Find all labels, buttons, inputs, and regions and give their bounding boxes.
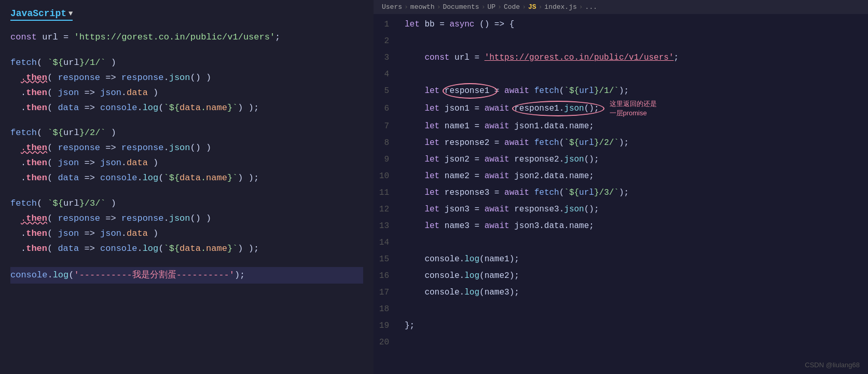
code-line-then1c: .then( data => console.log(`${data.name}…: [10, 101, 363, 116]
line-content-10: let name2 = await json2.data.name;: [399, 168, 868, 184]
line-content-8: let response2 = await fetch(`${url}/2/`)…: [399, 135, 868, 151]
code-line-then2a: .then( response => response.json() ): [10, 141, 363, 156]
bc-code: Code: [504, 3, 520, 11]
bc-indexjs: index.js: [544, 3, 576, 11]
table-row: 13 let name3 = await json3.data.name;: [374, 218, 868, 234]
line-num-3: 3: [374, 49, 399, 66]
line-content-3: const url = 'https://gorest.co.in/public…: [399, 49, 868, 66]
line-num-18: 18: [374, 301, 399, 317]
line-content-14: [399, 234, 868, 251]
line-num-20: 20: [374, 334, 399, 351]
table-row: 12 let json3 = await response3.json();: [374, 201, 868, 218]
line-num-17: 17: [374, 284, 399, 301]
right-panel: Users › meowth › Documents › UP › Code ›…: [374, 0, 868, 374]
line-num-6: 6: [374, 99, 399, 118]
line-content-2: [399, 33, 868, 49]
line-content-15: console.log(name1);: [399, 251, 868, 268]
line-content-9: let json2 = await response2.json();: [399, 151, 868, 168]
bc-ellipsis: ...: [585, 3, 597, 11]
code-line-fetch1: fetch( `${url}/1/` ): [10, 56, 363, 71]
table-row: 6 let json1 = await response1.json();这里返…: [374, 99, 868, 118]
line-content-18: [399, 301, 868, 317]
table-row: 20: [374, 334, 868, 351]
code-line-then3a: .then( response => response.json() ): [10, 211, 363, 226]
code-line-fetch2: fetch( `${url}/2/` ): [10, 126, 363, 141]
csdn-watermark: CSDN @liulang68: [805, 361, 860, 369]
line-content-12: let json3 = await response3.json();: [399, 201, 868, 218]
line-content-19: };: [399, 317, 868, 334]
line-content-4: [399, 66, 868, 83]
table-row: 1 let bb = async () => {: [374, 16, 868, 33]
line-num-10: 10: [374, 168, 399, 184]
code-area: 1 let bb = async () => { 2 3 const url =…: [374, 14, 868, 374]
code-line-then2b: .then( json => json.data ): [10, 156, 363, 171]
code-line-fetch3: fetch( `${url}/3/` ): [10, 196, 363, 211]
bc-documents: Documents: [443, 3, 479, 11]
code-line-then2c: .then( data => console.log(`${data.name}…: [10, 171, 363, 186]
code-line-then1a: .then( response => response.json() ): [10, 71, 363, 86]
table-row: 18: [374, 301, 868, 317]
left-panel: JavaScript ▼ const url = 'https://gorest…: [0, 0, 374, 374]
line-content-17: console.log(name3);: [399, 284, 868, 301]
code-line-then3b: .then( json => json.data ): [10, 226, 363, 242]
line-content-16: console.log(name2);: [399, 268, 868, 284]
language-badge[interactable]: JavaScript ▼: [10, 8, 73, 21]
line-num-1: 1: [374, 16, 399, 33]
table-row: 11 let response3 = await fetch(`${url}/3…: [374, 184, 868, 201]
bc-up: UP: [487, 3, 495, 11]
line-num-5: 5: [374, 83, 399, 99]
bc-meowth: meowth: [410, 3, 435, 11]
table-row: 2: [374, 33, 868, 49]
line-num-19: 19: [374, 317, 399, 334]
language-dropdown-arrow: ▼: [68, 9, 73, 18]
line-num-12: 12: [374, 201, 399, 218]
breadcrumb-bar: Users › meowth › Documents › UP › Code ›…: [374, 0, 868, 14]
line-content-20: [399, 334, 868, 351]
line-num-14: 14: [374, 234, 399, 251]
line-num-9: 9: [374, 151, 399, 168]
line-num-2: 2: [374, 33, 399, 49]
line-content-6: let json1 = await response1.json();这里返回的…: [399, 99, 868, 118]
table-row: 9 let json2 = await response2.json();: [374, 151, 868, 168]
line-num-8: 8: [374, 135, 399, 151]
line-content-13: let name3 = await json3.data.name;: [399, 218, 868, 234]
line-num-4: 4: [374, 66, 399, 83]
line-num-15: 15: [374, 251, 399, 268]
table-row: 17 console.log(name3);: [374, 284, 868, 301]
table-row: 19 };: [374, 317, 868, 334]
table-row: 15 console.log(name1);: [374, 251, 868, 268]
table-row: 14: [374, 234, 868, 251]
table-row: 7 let name1 = await json1.data.name;: [374, 118, 868, 135]
code-line-then3c: .then( data => console.log(`${data.name}…: [10, 242, 363, 257]
line-num-16: 16: [374, 268, 399, 284]
bc-users: Users: [382, 3, 402, 11]
left-code-block: const url = 'https://gorest.co.in/public…: [10, 30, 363, 284]
table-row: 16 console.log(name2);: [374, 268, 868, 284]
table-row: 3 const url = 'https://gorest.co.in/publ…: [374, 49, 868, 66]
line-content-5: let response1 = await fetch(`${url}/1/`)…: [399, 83, 868, 99]
language-label: JavaScript: [10, 8, 66, 19]
code-table: 1 let bb = async () => { 2 3 const url =…: [374, 16, 868, 351]
bc-js: JS: [528, 3, 536, 11]
line-num-11: 11: [374, 184, 399, 201]
table-row: 8 let response2 = await fetch(`${url}/2/…: [374, 135, 868, 151]
table-row: 4: [374, 66, 868, 83]
line-num-13: 13: [374, 218, 399, 234]
line-content-7: let name1 = await json1.data.name;: [399, 118, 868, 135]
table-row: 10 let name2 = await json2.data.name;: [374, 168, 868, 184]
code-line-const-url: const url = 'https://gorest.co.in/public…: [10, 30, 363, 45]
line-content-11: let response3 = await fetch(`${url}/3/`)…: [399, 184, 868, 201]
table-row: 5 let response1 = await fetch(`${url}/1/…: [374, 83, 868, 99]
line-content-1: let bb = async () => {: [399, 16, 868, 33]
code-line-then1b: .then( json => json.data ): [10, 86, 363, 101]
line-num-7: 7: [374, 118, 399, 135]
code-line-console-sep: console.log('----------我是分割蛋----------')…: [10, 267, 363, 284]
